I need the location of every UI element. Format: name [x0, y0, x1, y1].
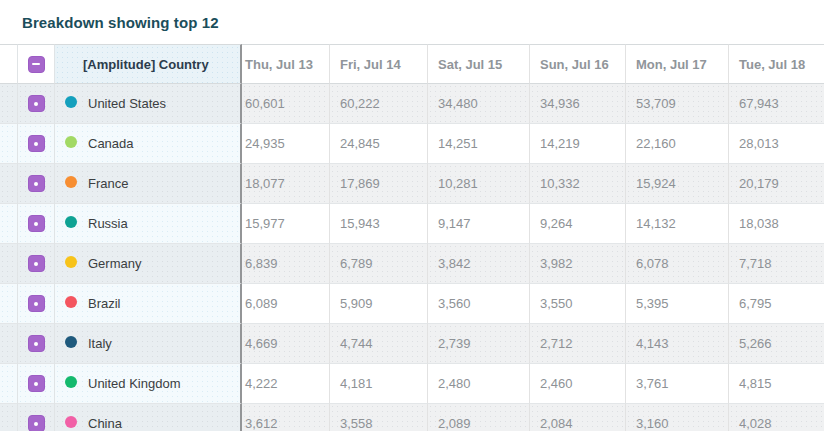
- country-cell: China: [55, 404, 242, 434]
- row-checkbox[interactable]: [28, 375, 45, 392]
- table-row: United States60,60160,22234,48034,93653,…: [0, 84, 824, 124]
- value-cell: 15,943: [330, 204, 428, 244]
- row-checkbox-cell: [18, 164, 55, 204]
- row-gutter: [0, 284, 18, 324]
- row-checkbox[interactable]: [28, 335, 45, 352]
- row-gutter: [0, 204, 18, 244]
- table-row: Canada24,93524,84514,25114,21922,16028,0…: [0, 124, 824, 164]
- value-cell: 14,132: [626, 204, 729, 244]
- column-header-day-5: Tue, Jul 18: [729, 44, 824, 84]
- value-cell: 3,160: [626, 404, 729, 434]
- select-all-cell: [18, 44, 55, 84]
- country-cell: Russia: [55, 204, 242, 244]
- row-checkbox-cell: [18, 364, 55, 404]
- value-cell: 2,084: [530, 404, 626, 434]
- country-cell: France: [55, 164, 242, 204]
- row-checkbox[interactable]: [28, 175, 45, 192]
- value-cell: 3,558: [330, 404, 428, 434]
- country-cell: United Kingdom: [55, 364, 242, 404]
- value-cell: 6,089: [242, 284, 330, 324]
- row-checkbox-cell: [18, 284, 55, 324]
- value-cell: 3,842: [428, 244, 530, 284]
- value-cell: 28,013: [729, 124, 824, 164]
- series-color-dot: [65, 216, 77, 228]
- select-all-checkbox[interactable]: [28, 56, 45, 73]
- row-checkbox-cell: [18, 244, 55, 284]
- column-header-day-3: Sun, Jul 16: [530, 44, 626, 84]
- row-checkbox-cell: [18, 124, 55, 164]
- value-cell: 3,560: [428, 284, 530, 324]
- row-checkbox[interactable]: [28, 215, 45, 232]
- panel-title: Breakdown showing top 12: [22, 14, 219, 31]
- row-checkbox[interactable]: [28, 415, 45, 432]
- value-cell: 7,718: [729, 244, 824, 284]
- column-header-day-4: Mon, Jul 17: [626, 44, 729, 84]
- value-cell: 2,712: [530, 324, 626, 364]
- row-checkbox[interactable]: [28, 135, 45, 152]
- value-cell: 60,222: [330, 84, 428, 124]
- value-cell: 6,839: [242, 244, 330, 284]
- value-cell: 17,869: [330, 164, 428, 204]
- row-checkbox[interactable]: [28, 295, 45, 312]
- country-cell: United States: [55, 84, 242, 124]
- value-cell: 4,744: [330, 324, 428, 364]
- value-cell: 22,160: [626, 124, 729, 164]
- country-name: Canada: [88, 137, 134, 152]
- column-header-day-1: Fri, Jul 14: [330, 44, 428, 84]
- value-cell: 5,266: [729, 324, 824, 364]
- series-color-dot: [65, 176, 77, 188]
- country-name: China: [88, 417, 122, 432]
- value-cell: 2,739: [428, 324, 530, 364]
- column-header-day-2: Sat, Jul 15: [428, 44, 530, 84]
- table-row: Germany6,8396,7893,8423,9826,0787,718: [0, 244, 824, 284]
- value-cell: 5,395: [626, 284, 729, 324]
- row-checkbox[interactable]: [28, 255, 45, 272]
- value-cell: 10,281: [428, 164, 530, 204]
- value-cell: 67,943: [729, 84, 824, 124]
- value-cell: 4,222: [242, 364, 330, 404]
- country-cell: Italy: [55, 324, 242, 364]
- value-cell: 14,251: [428, 124, 530, 164]
- series-color-dot: [65, 296, 77, 308]
- series-color-dot: [65, 256, 77, 268]
- value-cell: 34,936: [530, 84, 626, 124]
- country-name: France: [88, 177, 128, 192]
- row-checkbox[interactable]: [28, 95, 45, 112]
- value-cell: 3,612: [242, 404, 330, 434]
- value-cell: 2,460: [530, 364, 626, 404]
- country-name: United States: [88, 97, 166, 112]
- value-cell: 6,795: [729, 284, 824, 324]
- table-row: France18,07717,86910,28110,33215,92420,1…: [0, 164, 824, 204]
- country-cell: Canada: [55, 124, 242, 164]
- row-checkbox-cell: [18, 324, 55, 364]
- breakdown-table: [Amplitude] Country Thu, Jul 13Fri, Jul …: [0, 44, 824, 434]
- breakdown-panel: Breakdown showing top 12 [Amplitude] Cou…: [0, 0, 824, 434]
- title-bar: Breakdown showing top 12: [0, 0, 824, 44]
- value-cell: 9,264: [530, 204, 626, 244]
- row-gutter: [0, 164, 18, 204]
- row-gutter: [0, 364, 18, 404]
- value-cell: 18,038: [729, 204, 824, 244]
- series-color-dot: [65, 376, 77, 388]
- value-cell: 10,332: [530, 164, 626, 204]
- series-color-dot: [65, 416, 77, 428]
- value-cell: 2,089: [428, 404, 530, 434]
- country-name: United Kingdom: [88, 377, 181, 392]
- country-name: Russia: [88, 217, 128, 232]
- value-cell: 5,909: [330, 284, 428, 324]
- value-cell: 4,143: [626, 324, 729, 364]
- value-cell: 4,028: [729, 404, 824, 434]
- row-gutter: [0, 124, 18, 164]
- table-row: Italy4,6694,7442,7392,7124,1435,266: [0, 324, 824, 364]
- value-cell: 4,669: [242, 324, 330, 364]
- value-cell: 20,179: [729, 164, 824, 204]
- row-gutter: [0, 324, 18, 364]
- value-cell: 3,761: [626, 364, 729, 404]
- row-checkbox-cell: [18, 84, 55, 124]
- value-cell: 6,078: [626, 244, 729, 284]
- value-cell: 4,181: [330, 364, 428, 404]
- country-name: Germany: [88, 257, 141, 272]
- value-cell: 24,845: [330, 124, 428, 164]
- table-row: United Kingdom4,2224,1812,4802,4603,7614…: [0, 364, 824, 404]
- value-cell: 6,789: [330, 244, 428, 284]
